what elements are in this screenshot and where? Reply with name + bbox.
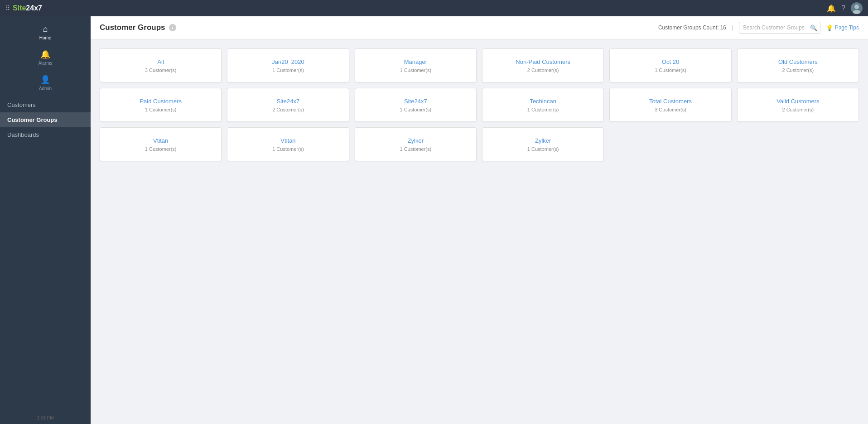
group-card-count: 1 Customer(s)	[400, 146, 431, 152]
group-card-count: 2 Customer(s)	[527, 67, 559, 73]
group-card-name: Zylker	[535, 137, 551, 144]
page-tips-label: Page Tips	[835, 24, 859, 31]
home-icon: ⌂	[43, 24, 48, 34]
group-card-name: Vtitan	[280, 137, 295, 144]
sidebar-nav-alarms[interactable]: 🔔 Alarms	[0, 45, 91, 70]
logo-text: Site24x7	[13, 4, 42, 12]
admin-icon: 👤	[40, 75, 50, 85]
sidebar-nav-admin-label: Admin	[39, 86, 52, 91]
grid-icon[interactable]: ⠿	[5, 5, 10, 12]
group-card-name: Zylker	[408, 137, 424, 144]
group-card-oct-20[interactable]: Oct 201 Customer(s)	[609, 48, 731, 82]
main-layout: ⌂ Home 🔔 Alarms 👤 Admin Customers Custom…	[0, 16, 868, 424]
sidebar-nav-icons: ⌂ Home 🔔 Alarms 👤 Admin	[0, 16, 91, 96]
sidebar-menu: Customers Customer Groups Dashboards	[0, 96, 91, 412]
group-card-count: 1 Customer(s)	[400, 107, 431, 112]
info-icon[interactable]: i	[169, 24, 176, 31]
group-card-vtitan-1[interactable]: Vtitan1 Customer(s)	[100, 127, 222, 161]
group-card-name: Vtitan	[153, 137, 168, 144]
group-card-name: Oct 20	[662, 58, 679, 65]
group-card-count: 3 Customer(s)	[145, 67, 177, 73]
group-card-valid-customers[interactable]: Valid Customers2 Customer(s)	[737, 88, 859, 122]
group-card-old-customers[interactable]: Old Customers2 Customer(s)	[737, 48, 859, 82]
groups-count-label: Customer Groups Count: 16	[658, 24, 726, 31]
time-display: 1:51 PM	[37, 415, 53, 420]
group-card-count: 1 Customer(s)	[145, 107, 177, 112]
logo-247: 24x7	[26, 4, 42, 12]
sidebar-nav-home-label: Home	[39, 35, 52, 40]
group-card-count: 1 Customer(s)	[272, 146, 304, 152]
group-card-all[interactable]: All3 Customer(s)	[100, 48, 222, 82]
group-card-count: 1 Customer(s)	[145, 146, 177, 152]
search-input[interactable]	[739, 22, 820, 34]
group-card-name: Total Customers	[649, 98, 692, 105]
group-card-non-paid-customers[interactable]: Non-Paid Customers2 Customer(s)	[482, 48, 604, 82]
group-card-name: Site24x7	[404, 98, 427, 105]
group-card-vtitan-2[interactable]: Vtitan1 Customer(s)	[227, 127, 349, 161]
tips-icon: 💡	[826, 24, 833, 31]
divider: |	[732, 24, 733, 31]
group-card-count: 2 Customer(s)	[782, 67, 814, 73]
group-card-name: All	[157, 58, 164, 65]
group-card-site24x7-1[interactable]: Site24x72 Customer(s)	[227, 88, 349, 122]
logo-site: Site	[13, 4, 26, 12]
group-card-count: 2 Customer(s)	[272, 107, 304, 112]
svg-point-1	[854, 5, 859, 9]
alarm-icon: 🔔	[40, 49, 50, 59]
group-card-count: 3 Customer(s)	[655, 107, 686, 112]
group-card-site24x7-2[interactable]: Site24x71 Customer(s)	[355, 88, 477, 122]
top-bar: ⠿ Site24x7 🔔 ?	[0, 0, 868, 16]
group-card-name: Old Customers	[778, 58, 818, 65]
group-card-paid-customers[interactable]: Paid Customers1 Customer(s)	[100, 88, 222, 122]
group-card-jan20_2020[interactable]: Jan20_20201 Customer(s)	[227, 48, 349, 82]
sidebar-nav-home[interactable]: ⌂ Home	[0, 20, 91, 45]
group-card-count: 1 Customer(s)	[527, 146, 559, 152]
sidebar-item-customers[interactable]: Customers	[0, 97, 91, 112]
group-card-total-customers[interactable]: Total Customers3 Customer(s)	[609, 88, 731, 122]
group-card-manager[interactable]: Manager1 Customer(s)	[355, 48, 477, 82]
groups-content: All3 Customer(s)Jan20_20201 Customer(s)M…	[91, 39, 868, 424]
sidebar-item-customer-groups[interactable]: Customer Groups	[0, 112, 91, 127]
group-card-zylker-1[interactable]: Zylker1 Customer(s)	[355, 127, 477, 161]
sidebar: ⌂ Home 🔔 Alarms 👤 Admin Customers Custom…	[0, 16, 91, 424]
content-area: Customer Groups i Customer Groups Count:…	[91, 16, 868, 424]
group-card-count: 2 Customer(s)	[782, 107, 814, 112]
group-card-name: Valid Customers	[776, 98, 819, 105]
help-icon[interactable]: ?	[841, 4, 845, 12]
group-card-name: Techincan	[530, 98, 556, 105]
groups-grid: All3 Customer(s)Jan20_20201 Customer(s)M…	[100, 48, 859, 161]
sidebar-bottom: 1:51 PM	[0, 412, 91, 424]
group-card-zylker-2[interactable]: Zylker1 Customer(s)	[482, 127, 604, 161]
top-bar-right: 🔔 ?	[827, 2, 863, 14]
group-card-techincan[interactable]: Techincan1 Customer(s)	[482, 88, 604, 122]
group-card-name: Jan20_2020	[272, 58, 304, 65]
content-header-right: Customer Groups Count: 16 | 🔍 💡 Page Tip…	[658, 22, 859, 34]
group-card-name: Site24x7	[277, 98, 300, 105]
search-wrap: 🔍	[739, 22, 820, 34]
content-header-left: Customer Groups i	[100, 23, 176, 32]
search-icon: 🔍	[810, 24, 817, 31]
group-card-count: 1 Customer(s)	[527, 107, 559, 112]
group-card-count: 1 Customer(s)	[655, 67, 686, 73]
group-card-name: Manager	[404, 58, 427, 65]
page-title: Customer Groups	[100, 23, 165, 32]
group-card-name: Non-Paid Customers	[516, 58, 570, 65]
group-card-count: 1 Customer(s)	[272, 67, 304, 73]
page-tips-button[interactable]: 💡 Page Tips	[826, 24, 859, 31]
sidebar-item-dashboards[interactable]: Dashboards	[0, 127, 91, 142]
logo: ⠿ Site24x7	[5, 4, 42, 12]
content-header: Customer Groups i Customer Groups Count:…	[91, 16, 868, 39]
avatar[interactable]	[851, 2, 863, 14]
sidebar-nav-admin[interactable]: 👤 Admin	[0, 70, 91, 96]
group-card-count: 1 Customer(s)	[400, 67, 431, 73]
group-card-name: Paid Customers	[140, 98, 181, 105]
sidebar-nav-alarms-label: Alarms	[38, 61, 52, 66]
notification-icon[interactable]: 🔔	[827, 4, 836, 13]
